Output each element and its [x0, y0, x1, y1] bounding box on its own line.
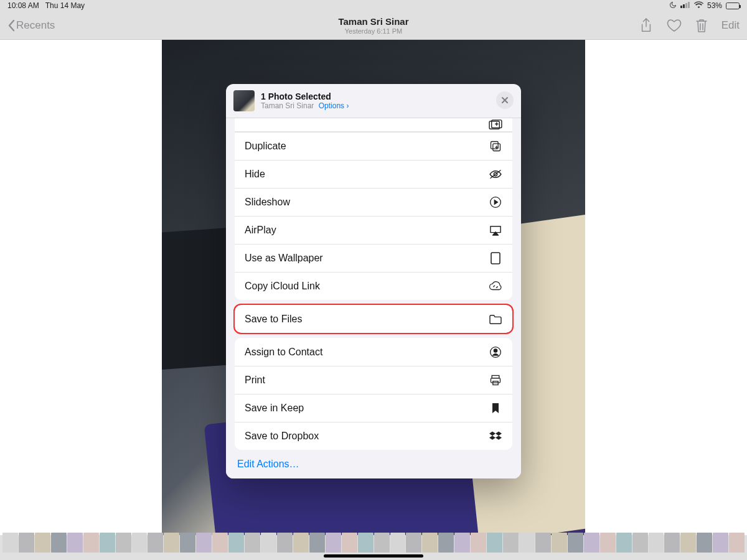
action-slideshow[interactable]: Slideshow — [235, 188, 512, 216]
thumbnail[interactable] — [132, 533, 148, 553]
thumbnail[interactable] — [584, 533, 599, 553]
trash-icon[interactable] — [695, 18, 708, 33]
action-assign-contact[interactable]: Assign to Contact — [235, 338, 512, 366]
thumbnail[interactable] — [261, 533, 276, 553]
thumbnail[interactable] — [552, 533, 567, 553]
thumbnail[interactable] — [326, 533, 341, 553]
thumbnail[interactable] — [454, 533, 470, 553]
thumbnail[interactable] — [600, 533, 616, 553]
action-label: Slideshow — [245, 197, 290, 208]
thumbnail[interactable] — [568, 533, 583, 553]
thumbnail[interactable] — [245, 533, 260, 553]
action-label: Hide — [245, 169, 265, 180]
battery-icon — [726, 2, 740, 9]
thumbnail[interactable] — [83, 533, 99, 553]
share-options-link[interactable]: Options › — [319, 101, 349, 110]
thumbnail[interactable] — [164, 533, 179, 553]
share-title: 1 Photo Selected — [261, 91, 349, 101]
share-icon[interactable] — [639, 17, 653, 34]
thumbnail[interactable] — [309, 533, 325, 553]
battery-percent: 53% — [707, 1, 722, 10]
thumbnail[interactable] — [616, 533, 632, 553]
thumbnail[interactable] — [196, 533, 212, 553]
svg-rect-12 — [491, 253, 500, 264]
action-hide[interactable]: Hide — [235, 160, 512, 188]
action-print[interactable]: Print — [235, 366, 512, 394]
thumbnail[interactable] — [67, 533, 83, 553]
nav-bar: Recents Taman Sri Sinar Yesterday 6:11 P… — [0, 11, 747, 40]
thumbnail[interactable] — [680, 533, 696, 553]
action-add-to-album-partial[interactable] — [235, 118, 512, 132]
edit-actions-link[interactable]: Edit Actions… — [235, 450, 512, 470]
thumbnail[interactable] — [406, 533, 421, 553]
svg-marker-19 — [496, 432, 502, 436]
back-label: Recents — [16, 19, 55, 32]
thumbnail[interactable] — [487, 533, 502, 553]
share-thumbnail[interactable] — [233, 90, 255, 111]
airplay-icon — [489, 223, 502, 237]
status-bar: 10:08 AM Thu 14 May 53% — [0, 0, 747, 11]
thumbnail[interactable] — [649, 533, 664, 553]
thumbnail[interactable] — [713, 533, 728, 553]
thumbnail[interactable] — [2, 533, 18, 553]
duplicate-icon — [489, 139, 502, 153]
action-save-to-files[interactable]: Save to Files — [235, 305, 512, 333]
thumbnail[interactable] — [148, 533, 163, 553]
cloud-link-icon — [489, 279, 502, 293]
thumbnail[interactable] — [632, 533, 648, 553]
thumbnail[interactable] — [358, 533, 374, 553]
action-label: Save to Dropbox — [245, 431, 319, 442]
thumbnail[interactable] — [422, 533, 438, 553]
thumbnail[interactable] — [342, 533, 357, 553]
thumbnail[interactable] — [390, 533, 406, 553]
thumbnail[interactable] — [100, 533, 115, 553]
thumbnail[interactable] — [374, 533, 390, 553]
nav-title: Taman Sri Sinar — [338, 16, 408, 27]
thumbnail[interactable] — [116, 533, 131, 553]
hide-icon — [489, 167, 502, 181]
share-location: Taman Sri Sinar — [261, 101, 314, 110]
thumbnail[interactable] — [212, 533, 228, 553]
thumbnail[interactable] — [697, 533, 712, 553]
svg-rect-1 — [683, 4, 685, 8]
thumbnail[interactable] — [438, 533, 454, 553]
edit-button[interactable]: Edit — [721, 19, 740, 32]
action-copy-icloud[interactable]: Copy iCloud Link — [235, 272, 512, 300]
action-save-keep[interactable]: Save in Keep — [235, 394, 512, 422]
contact-circle-icon — [489, 345, 502, 359]
thumbnail[interactable] — [51, 533, 67, 553]
share-sheet-header: 1 Photo Selected Taman Sri Sinar Options… — [226, 84, 521, 118]
action-save-dropbox[interactable]: Save to Dropbox — [235, 422, 512, 450]
thumbnail[interactable] — [519, 533, 535, 553]
home-indicator[interactable] — [324, 554, 423, 558]
thumbnail-strip[interactable] — [0, 533, 747, 553]
action-label: Duplicate — [245, 141, 286, 152]
favorite-icon[interactable] — [667, 19, 682, 32]
do-not-disturb-icon — [669, 1, 677, 11]
action-wallpaper[interactable]: Use as Wallpaper — [235, 244, 512, 272]
thumbnail[interactable] — [471, 533, 486, 553]
thumbnail[interactable] — [503, 533, 519, 553]
svg-rect-3 — [688, 2, 690, 8]
thumbnail[interactable] — [19, 533, 34, 553]
thumbnail[interactable] — [228, 533, 244, 553]
svg-marker-18 — [489, 432, 496, 436]
thumbnail[interactable] — [535, 533, 551, 553]
svg-rect-2 — [685, 3, 687, 8]
back-button[interactable]: Recents — [7, 19, 55, 32]
action-airplay[interactable]: AirPlay — [235, 216, 512, 244]
svg-rect-6 — [491, 142, 499, 149]
action-label: Copy iCloud Link — [245, 281, 320, 292]
thumbnail[interactable] — [35, 533, 50, 553]
action-label: Use as Wallpaper — [245, 253, 323, 264]
cellular-icon — [680, 1, 690, 10]
thumbnail[interactable] — [664, 533, 680, 553]
thumbnail[interactable] — [293, 533, 309, 553]
close-button[interactable] — [496, 91, 514, 109]
thumbnail[interactable] — [180, 533, 195, 553]
thumbnail[interactable] — [729, 533, 745, 553]
svg-marker-10 — [494, 200, 497, 205]
thumbnail[interactable] — [277, 533, 293, 553]
action-label: Save in Keep — [245, 403, 304, 414]
action-duplicate[interactable]: Duplicate — [235, 132, 512, 160]
